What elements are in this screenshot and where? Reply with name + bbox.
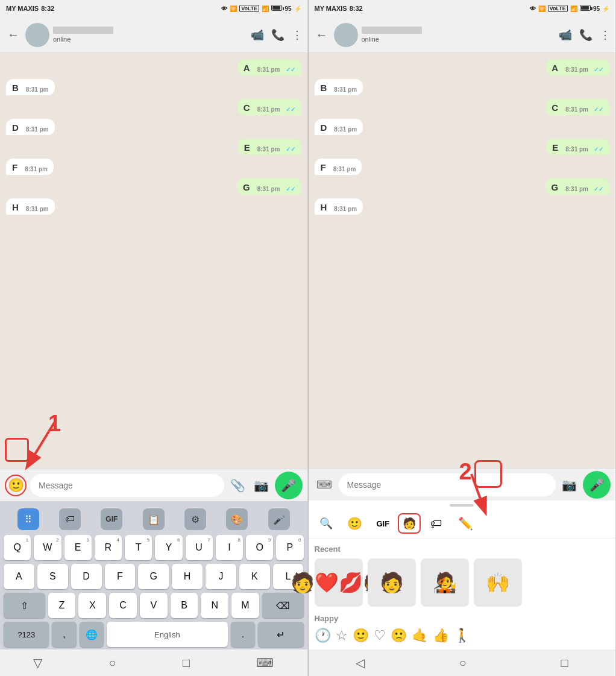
more-options-icon-left[interactable]: ⋮ <box>292 28 303 42</box>
key-r[interactable]: R4 <box>95 535 122 560</box>
message-b-left: B 8:31 pm <box>6 79 55 95</box>
sticker-search-icon[interactable]: 🔍 <box>315 514 338 532</box>
back-nav-icon-right[interactable]: ◁ <box>356 655 365 670</box>
message-e-right: E 8:31 pm ✓✓ <box>546 139 609 155</box>
key-z[interactable]: Z <box>48 593 76 618</box>
emoji-panel-btn[interactable]: ⠿ <box>17 508 39 530</box>
home-nav-icon-right[interactable]: ○ <box>459 656 467 670</box>
hand-happy-icon[interactable]: 🤙 <box>412 628 428 643</box>
emoji-sticker-tab[interactable]: 🙂 <box>341 513 368 534</box>
avatar-right[interactable] <box>334 23 358 47</box>
key-enter[interactable]: ↵ <box>258 622 303 647</box>
thumbs-happy-icon[interactable]: 👍 <box>433 628 449 643</box>
attach-icon-left[interactable]: 📎 <box>228 476 248 495</box>
sticker-item-1[interactable]: 🧑‍❤️‍💋‍🧑 <box>315 558 363 607</box>
person-happy-icon[interactable]: 🚶 <box>454 628 470 643</box>
key-a[interactable]: A <box>4 564 34 589</box>
voice-send-button-left[interactable]: 🎤 <box>275 472 303 499</box>
key-x[interactable]: X <box>78 593 106 618</box>
sticker-tab-edit[interactable]: ✏️ <box>452 513 479 534</box>
star-happy-icon[interactable]: ☆ <box>336 628 348 643</box>
keyboard-area-left: ⠿ 🏷 GIF 📋 ⚙ 🎨 🎤 Q1 W2 E3 R4 T5 Y6 U7 I8 … <box>0 501 307 649</box>
heart-happy-icon[interactable]: ♡ <box>374 628 386 643</box>
eye-icon-right: 👁 <box>530 5 536 12</box>
back-button-left[interactable]: ← <box>5 25 22 44</box>
home-nav-icon-left[interactable]: ○ <box>108 656 116 670</box>
avatar-sticker-tab[interactable]: 🧑 <box>398 513 421 534</box>
sticker-tab-note[interactable]: 🏷 <box>424 513 448 534</box>
gif-btn[interactable]: GIF <box>101 508 122 530</box>
clipboard-btn[interactable]: 📋 <box>143 508 165 530</box>
settings-btn[interactable]: ⚙ <box>184 508 206 530</box>
gif-sticker-tab[interactable]: GIF <box>372 516 395 532</box>
recents-nav-icon-left[interactable]: □ <box>183 656 190 670</box>
key-s[interactable]: S <box>37 564 68 589</box>
key-d[interactable]: D <box>71 564 102 589</box>
key-123[interactable]: ?123 <box>4 622 49 647</box>
key-j[interactable]: J <box>206 564 236 589</box>
sticker-item-3[interactable]: 🧑‍🎤 <box>421 558 469 607</box>
camera-icon-right[interactable]: 📷 <box>559 475 579 494</box>
mic-btn[interactable]: 🎤 <box>268 508 290 530</box>
key-period[interactable]: . <box>231 622 255 647</box>
sad-happy-icon[interactable]: 🙁 <box>391 628 407 643</box>
phone-call-icon-right[interactable]: 📞 <box>579 28 592 42</box>
key-e[interactable]: E3 <box>64 535 92 560</box>
key-u[interactable]: U7 <box>186 535 213 560</box>
message-input-right[interactable] <box>339 473 556 496</box>
key-i[interactable]: I8 <box>216 535 243 560</box>
sticker-item-4[interactable]: 🙌 <box>474 558 522 607</box>
key-q[interactable]: Q1 <box>4 535 31 560</box>
key-p[interactable]: P0 <box>276 535 303 560</box>
back-nav-icon-left[interactable]: ▽ <box>33 655 42 670</box>
message-input-left[interactable] <box>30 474 224 497</box>
key-backspace[interactable]: ⌫ <box>262 593 304 618</box>
key-b[interactable]: B <box>171 593 198 618</box>
video-call-icon-right[interactable]: 📹 <box>559 28 572 42</box>
recents-nav-icon-right[interactable]: □ <box>561 656 568 670</box>
key-f[interactable]: F <box>105 564 136 589</box>
key-y[interactable]: Y6 <box>155 535 182 560</box>
sticker-item-2[interactable]: 🧑 <box>368 558 416 607</box>
key-globe[interactable]: 🌐 <box>80 622 104 647</box>
keyboard-toolbar-left: ⠿ 🏷 GIF 📋 ⚙ 🎨 🎤 <box>2 506 305 535</box>
key-space[interactable]: English <box>107 622 228 647</box>
smile-happy-icon[interactable]: 🙂 <box>353 628 369 643</box>
recent-happy-icon[interactable]: 🕐 <box>315 628 331 643</box>
right-panel: MY MAXIS 8:32 👁 🛜 VoLTE 📶 95 ⚡ ← online … <box>309 0 617 676</box>
phone-call-icon-left[interactable]: 📞 <box>271 28 284 42</box>
key-v[interactable]: V <box>140 593 168 618</box>
key-comma[interactable]: , <box>52 622 76 647</box>
message-f-right: F 8:31 pm <box>315 159 362 175</box>
message-d-right: D 8:31 pm <box>315 119 363 135</box>
more-options-icon-right[interactable]: ⋮ <box>600 28 611 42</box>
message-f-left: F 8:31 pm <box>6 159 54 175</box>
video-call-icon-left[interactable]: 📹 <box>251 28 264 42</box>
key-g[interactable]: G <box>138 564 169 589</box>
sticker-btn[interactable]: 🏷 <box>59 508 81 530</box>
key-w[interactable]: W2 <box>34 535 61 560</box>
key-shift[interactable]: ⇧ <box>4 593 45 618</box>
camera-icon-left[interactable]: 📷 <box>251 476 271 495</box>
carrier-left: MY MAXIS <box>6 5 39 12</box>
keyboard-nav-icon-left[interactable]: ⌨ <box>256 655 274 670</box>
key-c[interactable]: C <box>109 593 137 618</box>
key-t[interactable]: T5 <box>125 535 152 560</box>
back-button-right[interactable]: ← <box>313 25 330 44</box>
key-m[interactable]: M <box>231 593 259 618</box>
battery-right <box>580 5 591 12</box>
battery-percent-left: 95 <box>284 5 291 12</box>
key-n[interactable]: N <box>201 593 228 618</box>
emoji-button-left[interactable]: 🙂 <box>5 475 27 496</box>
key-o[interactable]: O9 <box>246 535 273 560</box>
avatar-left[interactable] <box>25 23 49 47</box>
voice-send-button-right[interactable]: 🎤 <box>583 471 611 499</box>
keyboard-button-right[interactable]: ⌨ <box>313 474 335 496</box>
signal-icon-left: 📶 <box>262 5 269 12</box>
battery-left <box>271 5 282 12</box>
theme-btn[interactable]: 🎨 <box>226 508 248 530</box>
message-h-left: H 8:31 pm <box>6 198 55 215</box>
key-k[interactable]: K <box>239 564 270 589</box>
key-h[interactable]: H <box>172 564 203 589</box>
message-d-left: D 8:31 pm <box>6 119 55 135</box>
